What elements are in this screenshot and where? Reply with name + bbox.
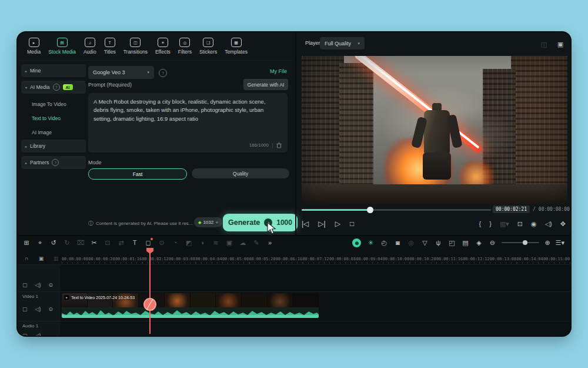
model-select[interactable]: Google Veo 3 ▾ <box>88 66 154 79</box>
playhead-handle[interactable] <box>143 298 156 311</box>
volume-button[interactable]: ◁) <box>545 218 552 229</box>
sidebar-item-ai-media[interactable]: ▾ AI Media ? AI <box>21 81 86 94</box>
ruler-tick: 00:00:14:04 <box>517 252 544 264</box>
motion-track-icon[interactable]: ⊙ <box>158 237 166 248</box>
render-bar-icon[interactable]: ▥ <box>52 253 60 264</box>
crop-icon[interactable]: ⊡ <box>103 237 112 248</box>
sidebar-item-mine[interactable]: ▸ Mine <box>21 64 86 77</box>
track-lock-icon[interactable]: ▢ <box>22 304 28 314</box>
mode-fast-button[interactable]: Fast <box>88 168 187 180</box>
sidebar-item-library[interactable]: ▸ Library <box>21 140 86 152</box>
tab-titles[interactable]: T Titles <box>104 38 116 55</box>
tab-stock-media[interactable]: ▤ Stock Media <box>48 38 76 55</box>
track-height-icon[interactable]: ☰▾ <box>556 237 564 248</box>
zoom-out-icon[interactable]: ⊖ <box>488 237 496 248</box>
video-preview[interactable] <box>302 56 567 204</box>
playhead[interactable] <box>149 249 151 334</box>
trash-icon[interactable] <box>276 142 282 148</box>
gallery-view-icon[interactable]: ▣ <box>556 39 564 49</box>
undo-icon[interactable]: ↺ <box>49 237 58 248</box>
sidebar-item-image-to-video[interactable]: Image To Video <box>21 97 86 111</box>
tab-effects[interactable]: ✶ Effects <box>155 38 171 55</box>
track-visibility-icon[interactable]: ⊙ <box>48 304 53 314</box>
tab-transitions[interactable]: ◫ Transitions <box>123 38 148 55</box>
snap-magnet-icon[interactable]: ∩ <box>22 253 31 264</box>
ruler-tick: 00:00:02:12 <box>142 252 169 264</box>
clip-label: ▸ Text to Video 2025-07-24 10-24-53 <box>64 295 135 300</box>
text-tool-icon[interactable]: T <box>131 237 139 248</box>
model-help-icon[interactable]: ? <box>159 69 167 77</box>
add-credits-icon[interactable]: + <box>215 220 218 226</box>
redo-icon[interactable]: ↻ <box>63 237 71 248</box>
track-volume-icon[interactable]: ◁) <box>35 304 41 314</box>
delete-icon[interactable]: ⌧ <box>76 237 85 248</box>
prompt-input[interactable]: A Mech Robot destroying a city block, re… <box>88 93 288 152</box>
audio-clip-icon[interactable]: ▤ <box>461 237 469 248</box>
track-volume-icon[interactable]: ◁) <box>35 280 41 290</box>
keyframe-icon[interactable]: ▣ <box>37 253 45 264</box>
track-lock-icon[interactable]: ▢ <box>22 280 28 290</box>
ripple-trim-icon[interactable]: ⇄ <box>117 237 125 248</box>
voice-changer-icon[interactable]: ◎ <box>407 237 415 248</box>
help-icon: ? <box>52 159 59 166</box>
mark-in-button[interactable]: { <box>479 218 482 229</box>
speed-icon[interactable]: ◔ <box>171 237 179 248</box>
tab-filters[interactable]: ◎ Filters <box>178 38 192 55</box>
shield-icon[interactable]: ▽ <box>420 237 429 248</box>
sidebar-item-label: Partners <box>30 160 49 165</box>
next-frame-button[interactable]: ▷| <box>318 218 325 229</box>
zoom-slider-handle[interactable] <box>523 240 527 245</box>
quality-select[interactable]: Full Quality ▾ <box>320 37 365 49</box>
pip-icon[interactable]: ◰ <box>447 237 456 248</box>
split-icon[interactable]: ✂ <box>90 237 98 248</box>
timeline-ruler[interactable]: ∩▣▥ 00:00:00:0000:00:00:2000:00:01:1600:… <box>18 252 570 265</box>
mode-quality-button[interactable]: Quality <box>192 168 289 178</box>
stickers-icon: ❏ <box>203 38 213 47</box>
my-file-link[interactable]: My File <box>253 68 287 74</box>
previous-frame-button[interactable]: |◁ <box>302 218 309 229</box>
color-match-icon[interactable]: ◑ <box>198 237 206 248</box>
track-lock-icon[interactable]: ▢ <box>22 330 28 336</box>
sidebar-item-text-to-video[interactable]: Text to Video <box>21 111 86 125</box>
chroma-key-icon[interactable]: ◩ <box>185 237 193 248</box>
mask-icon[interactable]: ◻ <box>144 237 152 248</box>
sidebar-item-ai-image[interactable]: AI Image <box>21 125 86 140</box>
render-preview-button[interactable]: ▥▾ <box>500 218 509 229</box>
grid-view-icon[interactable]: ⊞ <box>22 237 31 248</box>
generate-button[interactable]: Generate ◆ 1000 <box>223 214 298 231</box>
stop-button[interactable]: □ <box>350 218 354 229</box>
player-progress-handle[interactable] <box>367 207 373 213</box>
voiceover-mic-icon[interactable]: ψ <box>434 237 442 248</box>
fullscreen-button[interactable]: ✥ <box>560 218 566 229</box>
split-view-icon[interactable]: ◫ <box>540 39 548 49</box>
tab-label: Titles <box>104 49 116 55</box>
credits-balance[interactable]: ◆ 1032 + <box>194 217 222 227</box>
freeze-frame-icon[interactable]: ▣ <box>225 237 233 248</box>
draw-icon[interactable]: ✎ <box>252 237 260 248</box>
play-button[interactable]: ▷ <box>335 218 340 229</box>
marker-icon[interactable]: ◈ <box>475 237 483 248</box>
more-tools-icon[interactable]: » <box>266 237 274 248</box>
audio-stretch-icon[interactable]: ≋ <box>212 237 220 248</box>
track-visibility-icon[interactable]: ⊙ <box>48 280 53 290</box>
zoom-in-icon[interactable]: ⊕ <box>544 237 550 248</box>
mark-out-button[interactable]: } <box>489 218 492 229</box>
timeline-zoom-slider[interactable] <box>502 242 539 243</box>
ai-copilot-icon[interactable]: ☻ <box>352 238 361 247</box>
screen-record-icon[interactable]: ◙ <box>393 237 402 248</box>
render-preview-icon[interactable]: ◴ <box>380 237 388 248</box>
select-tool-icon[interactable]: ⌖ <box>36 237 44 248</box>
player-progress-bar[interactable] <box>302 209 491 211</box>
sidebar-item-partners[interactable]: ▸ Partners ? <box>21 156 86 169</box>
mirror-display-button[interactable]: ⊡ <box>517 218 523 229</box>
ai-effects-icon[interactable]: ✳ <box>366 237 375 248</box>
tab-templates[interactable]: ▦ Templates <box>225 38 248 55</box>
track-volume-icon[interactable]: ◁) <box>35 330 41 336</box>
snapshot-button[interactable]: ◉ <box>531 218 537 229</box>
tab-stickers[interactable]: ❏ Stickers <box>199 38 217 55</box>
timeline-clip[interactable]: ▸ Text to Video 2025-07-24 10-24-53 <box>62 293 319 318</box>
cloud-media-icon[interactable]: ☁ <box>239 237 247 248</box>
tab-media[interactable]: ▸ Media <box>27 38 41 55</box>
generate-with-ai-button[interactable]: Generate with AI <box>243 79 288 90</box>
tab-audio[interactable]: ♫ Audio <box>83 38 96 55</box>
